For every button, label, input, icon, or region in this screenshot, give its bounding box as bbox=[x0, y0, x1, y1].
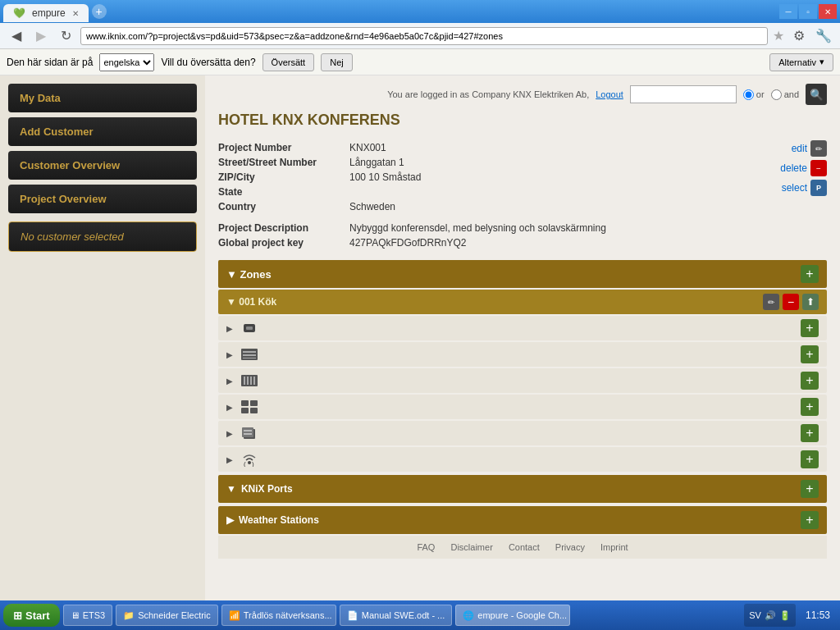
device-row-5: ▶ + bbox=[218, 421, 827, 445]
search-input[interactable] bbox=[630, 85, 737, 103]
state-label: State bbox=[218, 185, 349, 199]
zone-001-header[interactable]: ▼ 001 Kök ✏ − ⬆ bbox=[218, 290, 827, 314]
device-row-2: ▶ + bbox=[218, 342, 827, 367]
select-link[interactable]: select bbox=[782, 182, 807, 194]
add-device-5-button[interactable]: + bbox=[801, 424, 819, 442]
sidebar-item-my-data[interactable]: My Data bbox=[8, 84, 197, 112]
footer-imprint-link[interactable]: Imprint bbox=[600, 542, 628, 552]
expand-icon-3[interactable]: ▶ bbox=[226, 377, 233, 386]
translate-button[interactable]: Översätt bbox=[262, 53, 315, 71]
add-zone-button[interactable]: + bbox=[801, 265, 819, 283]
add-knix-port-button[interactable]: + bbox=[801, 480, 819, 498]
search-icon: 🔍 bbox=[810, 89, 824, 101]
taskbar-icon-4: 🌐 bbox=[463, 610, 474, 621]
add-device-6-button[interactable]: + bbox=[801, 450, 819, 468]
delete-link[interactable]: delete bbox=[780, 162, 807, 174]
svg-rect-8 bbox=[247, 377, 249, 385]
back-button[interactable]: ◀ bbox=[7, 26, 26, 46]
zone-move-button[interactable]: ⬆ bbox=[802, 294, 819, 310]
add-device-2-button[interactable]: + bbox=[801, 345, 819, 363]
footer-faq-link[interactable]: FAQ bbox=[417, 542, 435, 552]
edit-icon[interactable]: ✏ bbox=[810, 140, 827, 157]
reload-button[interactable]: ↻ bbox=[56, 26, 75, 46]
url-input[interactable] bbox=[80, 27, 768, 45]
browser-tab[interactable]: 💚 empure ✕ bbox=[3, 4, 89, 22]
search-button[interactable]: 🔍 bbox=[806, 84, 827, 105]
maximize-button[interactable]: ▫ bbox=[799, 4, 817, 19]
tab-close-icon[interactable]: ✕ bbox=[72, 9, 79, 18]
desc-value: Nybyggd konferensdel, med belysning och … bbox=[349, 221, 606, 235]
zones-title: ▼ Zones bbox=[226, 268, 272, 281]
device-icon-6: ( ) bbox=[240, 451, 259, 468]
taskbar-item-0[interactable]: 🖥 ETS3 bbox=[63, 605, 113, 626]
knix-ports-title: KNiX Ports bbox=[241, 483, 293, 495]
add-device-3-button[interactable]: + bbox=[801, 372, 819, 390]
device-row-4: ▶ + bbox=[218, 395, 827, 419]
taskbar-label-4: empure - Google Ch... bbox=[477, 610, 567, 620]
number-value: KNX001 bbox=[349, 140, 606, 155]
taskbar-item-3[interactable]: 📄 Manual SWE.odt - ... bbox=[340, 605, 452, 626]
collapse-arrow-icon: ▼ bbox=[226, 268, 240, 281]
zip-label: ZIP/City bbox=[218, 170, 349, 185]
edit-link[interactable]: edit bbox=[792, 143, 807, 154]
zone-delete-button[interactable]: − bbox=[783, 294, 799, 310]
footer-privacy-link[interactable]: Privacy bbox=[555, 542, 585, 552]
add-weather-station-button[interactable]: + bbox=[801, 511, 819, 529]
expand-icon-4[interactable]: ▶ bbox=[226, 403, 233, 412]
sidebar: My Data Add Customer Customer Overview P… bbox=[0, 75, 205, 600]
minimize-button[interactable]: ─ bbox=[779, 4, 797, 19]
no-translate-button[interactable]: Nej bbox=[321, 53, 353, 71]
clock-time: 11:53 bbox=[806, 609, 830, 621]
forward-button[interactable]: ▶ bbox=[31, 26, 51, 46]
select-icon[interactable]: P bbox=[810, 180, 827, 196]
delete-icon[interactable]: − bbox=[810, 160, 827, 176]
settings-button[interactable]: ⚙ bbox=[789, 26, 809, 46]
device-row-1: ▶ + bbox=[218, 316, 827, 340]
bookmark-button[interactable]: ★ bbox=[773, 28, 784, 43]
street-label: Street/Street Number bbox=[218, 155, 349, 170]
main-area: My Data Add Customer Customer Overview P… bbox=[0, 75, 840, 600]
window-controls: ─ ▫ ✕ bbox=[779, 4, 837, 19]
tab-favicon: 💚 bbox=[13, 7, 25, 19]
zone-001-title: ▼ 001 Kök bbox=[226, 296, 276, 308]
sidebar-item-customer-overview[interactable]: Customer Overview bbox=[8, 151, 197, 180]
taskbar-item-1[interactable]: 📁 Schneider Electric bbox=[116, 605, 218, 626]
footer-contact-link[interactable]: Contact bbox=[509, 542, 540, 552]
close-button[interactable]: ✕ bbox=[819, 4, 837, 19]
logout-link[interactable]: Logout bbox=[596, 89, 623, 99]
key-label: Global project key bbox=[218, 235, 349, 250]
desc-label: Project Description bbox=[218, 221, 349, 235]
add-device-4-button[interactable]: + bbox=[801, 398, 819, 416]
project-info-table: Project Number KNX001 Street/Street Numb… bbox=[218, 140, 606, 250]
svg-rect-1 bbox=[246, 326, 253, 330]
knix-ports-header[interactable]: ▼ KNiX Ports + bbox=[218, 475, 827, 503]
alternativ-button[interactable]: Alternativ ▾ bbox=[769, 53, 833, 71]
weather-stations-header[interactable]: ▶ Weather Stations + bbox=[218, 506, 827, 534]
systray-lang: SV bbox=[749, 610, 761, 620]
expand-icon-5[interactable]: ▶ bbox=[226, 429, 233, 438]
taskbar-icon-3: 📄 bbox=[347, 610, 358, 621]
new-tab-button[interactable]: + bbox=[92, 4, 107, 19]
expand-icon-2[interactable]: ▶ bbox=[226, 350, 233, 359]
street-value: Långgatan 1 bbox=[349, 155, 606, 170]
or-radio[interactable] bbox=[743, 89, 754, 100]
sidebar-item-add-customer[interactable]: Add Customer bbox=[8, 117, 197, 146]
device-icon-1 bbox=[240, 320, 259, 336]
knix-arrow-icon: ▼ bbox=[226, 483, 236, 495]
wrench-button[interactable]: 🔧 bbox=[814, 26, 833, 46]
add-device-1-button[interactable]: + bbox=[801, 319, 819, 337]
svg-rect-3 bbox=[243, 351, 256, 353]
taskbar-item-2[interactable]: 📶 Trådlös nätverksans... bbox=[221, 605, 336, 626]
language-select[interactable]: engelska bbox=[99, 53, 154, 71]
start-button[interactable]: ⊞ Start bbox=[3, 604, 60, 627]
expand-icon-6[interactable]: ▶ bbox=[226, 455, 233, 464]
footer-disclaimer-link[interactable]: Disclaimer bbox=[450, 542, 492, 552]
zone-edit-button[interactable]: ✏ bbox=[763, 294, 779, 310]
sidebar-item-project-overview[interactable]: Project Overview bbox=[8, 185, 197, 213]
expand-icon-1[interactable]: ▶ bbox=[226, 324, 233, 333]
zones-header[interactable]: ▼ Zones + bbox=[218, 260, 827, 288]
country-value: Schweden bbox=[349, 199, 606, 214]
and-radio[interactable] bbox=[771, 89, 782, 100]
taskbar-item-4[interactable]: 🌐 empure - Google Ch... bbox=[455, 605, 570, 626]
taskbar-label-1: Schneider Electric bbox=[138, 610, 211, 620]
